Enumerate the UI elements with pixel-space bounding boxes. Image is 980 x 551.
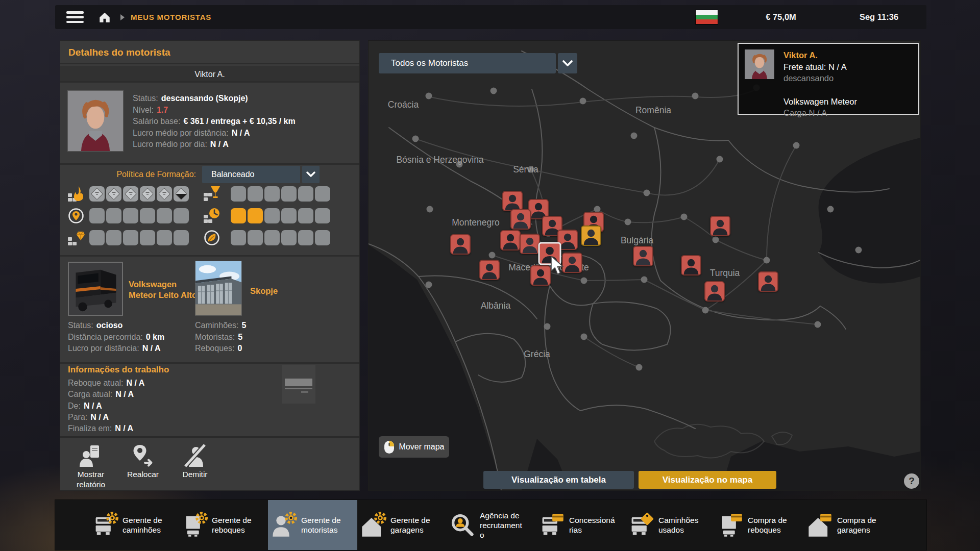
truck-thumbnail[interactable] (68, 262, 123, 316)
map-view-button[interactable]: Visualização no mapa (639, 471, 776, 489)
driver-map-marker[interactable] (581, 226, 601, 246)
skill-slots (89, 186, 189, 202)
skill-slot (140, 186, 155, 202)
menu-icon[interactable] (66, 11, 84, 23)
truck-stat-line: Status:ocioso (68, 320, 164, 332)
skill-slot (157, 230, 172, 245)
truck-stats: Status:ociosoDistância percorrida:0 kmLu… (68, 320, 164, 355)
job-stats: Reboque atual:N / ACarga atual:N / ADe:N… (68, 378, 144, 434)
skill-slot (174, 230, 189, 245)
skill-slot (123, 186, 138, 202)
dismiss-button[interactable]: Demitir (170, 442, 219, 490)
fragile-cargo-icon (203, 186, 220, 202)
driver-stats: Status:descansando (Skopje)Nível:1.7Salá… (133, 93, 296, 151)
driver-map-marker[interactable] (758, 271, 778, 292)
skill-slot (106, 186, 121, 202)
chevron-down-icon[interactable] (302, 166, 320, 183)
adr-icon (67, 186, 85, 202)
job-stat-line: Carga atual:N / A (68, 389, 144, 400)
skill-slot (315, 186, 330, 202)
driver-name: Viktor A. (783, 49, 912, 61)
driver-map-marker[interactable] (479, 260, 500, 280)
tab-label: Concessionárias (569, 515, 615, 535)
driver-map-marker[interactable] (633, 246, 653, 266)
move-map-button[interactable]: Mover mapa (379, 436, 449, 458)
tab-recruitment-agency[interactable]: Agência derecrutamento (447, 500, 536, 550)
tab-used-trucks[interactable]: Caminhõesusados (625, 500, 715, 550)
skill-row (203, 208, 330, 223)
driver-filter-select[interactable]: Todos os Motoristas (379, 53, 556, 73)
skill-slot (123, 230, 138, 245)
skill-slot (140, 208, 155, 223)
driver-status: descansando (783, 72, 912, 84)
driver-map-marker[interactable] (530, 265, 551, 286)
driver-map-marker[interactable] (510, 209, 531, 230)
skill-slot (248, 208, 263, 223)
table-view-button[interactable]: Visualização em tabela (483, 471, 634, 489)
driver-map-marker[interactable] (704, 281, 725, 302)
eco-driving-icon (203, 230, 220, 246)
skill-row (203, 230, 330, 245)
map-country-label: Montenegro (452, 217, 499, 228)
driver-map-marker[interactable] (500, 230, 521, 251)
tab-truck-manager[interactable]: Gerente decaminhões (89, 500, 179, 550)
vehicle-section: Volkswagen Meteor Leito Alto Skopje Stat… (60, 257, 359, 362)
garage-name[interactable]: Skopje (250, 286, 278, 296)
garage-stat-line: Caminhões:5 (195, 320, 246, 332)
skill-slot (264, 208, 280, 223)
skill-slot (231, 186, 246, 202)
job-stat-line: Reboque atual:N / A (68, 378, 144, 389)
training-policy-label: Política de Formação: (60, 166, 196, 183)
job-info-title: Informações do trabalho (68, 365, 169, 375)
skill-slot (248, 230, 263, 245)
training-policy-select[interactable]: Balanceado (202, 166, 300, 183)
skill-slot (298, 230, 313, 245)
skill-slot (281, 230, 297, 245)
relocate-button[interactable]: Realocar (118, 442, 167, 490)
tab-trailer-manager[interactable]: Gerente dereboques (179, 500, 268, 550)
garage-stat-line: Reboques:0 (195, 343, 246, 355)
driver-map-marker[interactable] (520, 234, 540, 254)
garage-thumbnail[interactable] (195, 261, 242, 316)
dealership-icon (538, 512, 565, 538)
tab-dealerships[interactable]: Concessionárias (536, 500, 625, 550)
mouse-icon (384, 440, 395, 454)
tab-driver-manager[interactable]: Gerente demotoristas (268, 500, 357, 550)
trailer-purchase-icon (717, 512, 744, 538)
truck-stat-line: Lucro por distância:N / A (68, 343, 164, 355)
driver-map-marker[interactable] (502, 191, 523, 211)
show-report-button[interactable]: Mostrar relatório (66, 442, 115, 490)
skill-slot (231, 230, 246, 245)
driver-map-marker[interactable] (450, 234, 471, 255)
skill-slots (231, 208, 330, 223)
driver-map-marker[interactable] (681, 255, 701, 276)
home-icon[interactable] (97, 10, 112, 25)
current-freight: Frete atual: N / A (783, 61, 912, 73)
skills-grid (60, 186, 359, 247)
drivers-map[interactable]: CroáciaRomêniaBósnia e HerzegovinaSérvia… (369, 41, 920, 490)
chevron-down-icon[interactable] (558, 53, 577, 73)
tab-garage-purchase[interactable]: Compra degaragens (804, 500, 893, 550)
dismiss-icon (182, 443, 208, 468)
tab-label: Gerente dereboques (212, 515, 252, 535)
skill-slot (315, 230, 330, 245)
skill-slot (298, 208, 313, 223)
driver-map-marker[interactable] (710, 216, 730, 236)
garage-gear-icon (360, 512, 386, 538)
top-bar: MEUS MOTORISTAS € 75,0M Seg 11:36 (55, 5, 926, 29)
tab-label: Compra degaragens (837, 515, 876, 535)
job-stat-line: Finaliza em:N / A (68, 423, 144, 434)
tab-garage-manager[interactable]: Gerente degaragens (357, 500, 447, 550)
skill-slot (315, 208, 330, 223)
tab-trailer-purchase[interactable]: Compra dereboques (715, 500, 804, 550)
relocate-icon (130, 443, 156, 468)
truck-stat-line: Distância percorrida:0 km (68, 332, 164, 343)
help-button[interactable]: ? (904, 473, 919, 489)
manager-tab-bar: Gerente decaminhõesGerente dereboquesGer… (55, 500, 926, 550)
truck-gear-icon (92, 512, 118, 538)
skill-slot (231, 208, 246, 223)
driver-stat-line: Lucro médio por dia:N / A (133, 139, 296, 151)
driver-cargo: Carga N / A (783, 107, 912, 119)
skill-slot (264, 230, 280, 245)
truck-name[interactable]: Volkswagen Meteor Leito Alto (129, 279, 205, 300)
